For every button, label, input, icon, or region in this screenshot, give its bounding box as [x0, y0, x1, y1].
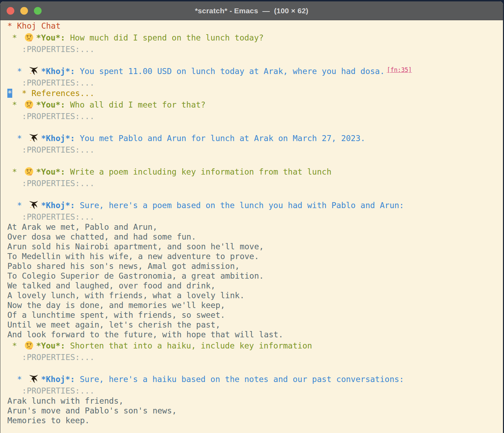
minimize-button[interactable] [20, 7, 28, 15]
blank [7, 363, 12, 372]
body-line-text: At Arak we met, Pablo and Arun, [7, 222, 157, 232]
body-line-text: Arak lunch with friends, [7, 396, 123, 405]
org-bullet: * [7, 100, 22, 109]
chat-message-you: * *You*: How much did I spend on the lun… [7, 31, 503, 44]
poem-line: Until we meet again, let's cherish the p… [7, 320, 503, 330]
indent [7, 212, 22, 221]
body-line-text: Now the day is done, and memories we'll … [7, 301, 225, 310]
properties-drawer-text[interactable]: :PROPERTIES:... [22, 112, 95, 121]
org-bullet: * [7, 375, 27, 384]
properties-drawer: :PROPERTIES:... [7, 78, 503, 88]
chat-message-text: Sure, here's a poem based on the lunch y… [75, 201, 404, 210]
body-line-text: We talked and laughed, over food and dri… [7, 281, 215, 290]
eagle-emoji [29, 374, 38, 383]
speaker-label-khoj: *Khoj*: [41, 134, 75, 143]
properties-drawer-text[interactable]: :PROPERTIES:... [22, 179, 95, 188]
indent [7, 78, 22, 87]
body-line-text: And look forward to the future, with hop… [7, 330, 283, 339]
body-line-text: A lovely lunch, with friends, what a lov… [7, 291, 245, 300]
blank-line [7, 122, 503, 132]
thinking-face-emoji [24, 33, 34, 42]
chat-message-khoj: * *Khoj*: Sure, here's a poem based on t… [7, 199, 503, 212]
eagle-emoji [29, 133, 38, 142]
footnote-link[interactable]: [fn:35] [387, 66, 412, 73]
chat-message-text: Sure, here's a haiku based on the notes … [75, 375, 404, 384]
body-line-text: To Colegio Superior de Gastronomia, a gr… [7, 271, 264, 280]
poem-line: Over dosa we chatted, and had some fun. [7, 232, 503, 242]
eagle-emoji [29, 200, 38, 210]
emacs-window: *scratch* - Emacs — (100 × 62) * Khoj Ch… [0, 1, 503, 433]
org-bullet: * [7, 201, 27, 210]
properties-drawer-text[interactable]: :PROPERTIES:... [22, 78, 95, 87]
properties-drawer: :PROPERTIES:... [7, 145, 503, 155]
org-bullet: * [7, 134, 27, 143]
chat-message-khoj: * *Khoj*: You met Pablo and Arun for lun… [7, 132, 503, 145]
heading-text: * Khoj Chat [7, 21, 60, 30]
chat-message-you: * *You*: Shorten that into a haiku, incl… [7, 339, 503, 352]
properties-drawer-text[interactable]: :PROPERTIES:... [22, 145, 95, 154]
org-bullet: * [7, 67, 27, 76]
thinking-face-emoji [24, 341, 34, 350]
text-cursor: * [7, 89, 12, 98]
blank-line [7, 155, 503, 166]
poem-line: Of a lunchtime spent, with friends, so s… [7, 310, 503, 320]
indent [7, 112, 22, 121]
title-bar[interactable]: *scratch* - Emacs — (100 × 62) [0, 1, 503, 20]
indent [7, 145, 22, 154]
chat-message-text: You spent 11.00 USD on lunch today at Ar… [75, 67, 384, 76]
chat-message-khoj: * *Khoj*: Sure, here's a haiku based on … [7, 373, 503, 386]
speaker-label-khoj: *Khoj*: [41, 67, 75, 76]
zoom-button[interactable] [34, 7, 42, 15]
properties-drawer-text[interactable]: :PROPERTIES:... [22, 353, 95, 362]
chat-message-khoj: * *Khoj*: You spent 11.00 USD on lunch t… [7, 65, 503, 78]
properties-drawer-text[interactable]: :PROPERTIES:... [22, 212, 95, 221]
poem-line: Arun's move and Pablo's son's news, [7, 406, 503, 416]
indent [7, 45, 22, 54]
chat-message-text: How much did I spend on the lunch today? [65, 33, 264, 42]
chat-message-you: * *You*: Write a poem including key info… [7, 166, 503, 178]
thinking-face-emoji [24, 100, 34, 109]
chat-message-text: Who all did I meet for that? [65, 100, 206, 109]
body-line-text: Until we meet again, let's cherish the p… [7, 320, 220, 329]
indent [7, 353, 22, 362]
properties-drawer-text[interactable]: :PROPERTIES:... [22, 45, 95, 54]
properties-drawer: :PROPERTIES:... [7, 212, 503, 222]
buffer[interactable]: * Khoj Chat * *You*: How much did I spen… [0, 20, 503, 425]
blank-line [7, 362, 503, 373]
indent [7, 386, 22, 395]
poem-line: And look forward to the future, with hop… [7, 330, 503, 339]
indent [12, 89, 22, 98]
chat-message-text: You met Pablo and Arun for lunch at Arak… [75, 134, 365, 143]
org-bullet: * [7, 33, 22, 42]
poem-line: Pablo shared his son's news, Amal got ad… [7, 261, 503, 271]
blank-line [7, 54, 503, 65]
poem-line: We talked and laughed, over food and dri… [7, 281, 503, 291]
poem-line: A lovely lunch, with friends, what a lov… [7, 291, 503, 300]
poem-line: Arun sold his Nairobi apartment, and soo… [7, 242, 503, 251]
thinking-face-emoji [24, 167, 34, 176]
chat-message-you: * *You*: Who all did I meet for that? [7, 98, 503, 111]
traffic-lights [7, 1, 42, 20]
body-line-text: Over dosa we chatted, and had some fun. [7, 232, 196, 241]
poem-line: Arak lunch with friends, [7, 396, 503, 406]
indent [7, 179, 22, 188]
poem-line: Now the day is done, and memories we'll … [7, 300, 503, 310]
properties-drawer-text[interactable]: :PROPERTIES:... [22, 386, 95, 395]
eagle-emoji [29, 66, 38, 75]
properties-drawer: :PROPERTIES:... [7, 44, 503, 54]
properties-drawer: :PROPERTIES:... [7, 111, 503, 122]
poem-line: To Colegio Superior de Gastronomia, a gr… [7, 271, 503, 281]
speaker-label-you: *You*: [36, 167, 65, 176]
references-folded-heading[interactable]: * References... [22, 89, 95, 98]
org-bullet: * [7, 341, 22, 350]
blank-line [7, 189, 503, 199]
window-title: *scratch* - Emacs — (100 × 62) [195, 7, 309, 15]
blank [7, 55, 12, 64]
org-bullet: * [7, 167, 22, 176]
body-line-text: Arun's move and Pablo's son's news, [7, 406, 177, 415]
body-line-text: To Medellin with his wife, a new adventu… [7, 252, 259, 261]
speaker-label-you: *You*: [36, 100, 65, 109]
speaker-label-khoj: *Khoj*: [41, 375, 75, 384]
close-button[interactable] [7, 7, 14, 15]
body-line-text: Memories to keep. [7, 416, 89, 425]
